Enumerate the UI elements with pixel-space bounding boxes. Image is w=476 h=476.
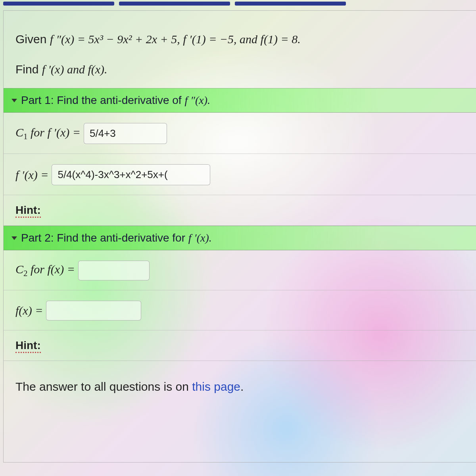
c2-post: for f(x) =	[28, 263, 75, 276]
problem-statement: Given f ″(x) = 5x³ − 9x² + 2x + 5, f ′(1…	[4, 11, 476, 88]
part1-hint-link[interactable]: Hint:	[15, 204, 41, 218]
part1-c1-row: C1 for f ′(x) =	[4, 113, 476, 154]
c2-input[interactable]	[78, 261, 150, 280]
part2-fx-row: f(x) =	[4, 290, 476, 330]
c2-c: C	[15, 263, 23, 276]
c1-post: for f ′(x) =	[28, 126, 81, 139]
c1-sub: 1	[23, 132, 28, 141]
fprime-label: f ′(x) =	[15, 168, 48, 182]
part2-hint-link[interactable]: Hint:	[15, 339, 41, 353]
chevron-down-icon	[12, 99, 17, 102]
fx-input[interactable]	[46, 301, 141, 321]
part1-header[interactable]: Part 1: Find the anti-derivative of f ″(…	[4, 88, 476, 113]
find-prefix: Find	[15, 63, 42, 76]
part1-hint-row: Hint:	[4, 195, 476, 226]
given-prefix: Given	[15, 33, 50, 46]
footer-post: .	[240, 380, 244, 393]
chevron-down-icon	[12, 236, 17, 240]
find-math: f ′(x) and f(x).	[42, 63, 107, 76]
c1-input[interactable]	[84, 123, 167, 144]
c1-c: C	[15, 126, 23, 139]
part1-fprime-row: f ′(x) =	[4, 154, 476, 195]
footer-note: The answer to all questions is on this p…	[4, 361, 476, 405]
c2-sub: 2	[23, 269, 28, 278]
given-math: f ″(x) = 5x³ − 9x² + 2x + 5, f ′(1) = −5…	[50, 33, 301, 46]
problem-panel: Given f ″(x) = 5x³ − 9x² + 2x + 5, f ′(1…	[3, 10, 476, 463]
part2-header[interactable]: Part 2: Find the anti-derivative for f ′…	[4, 226, 476, 250]
fprime-input[interactable]	[52, 164, 210, 185]
nav-button-1[interactable]	[3, 2, 114, 6]
part2-header-math: f ′(x).	[188, 232, 212, 244]
part1-header-text: Part 1: Find the anti-derivative of	[21, 94, 184, 106]
footer-pre: The answer to all questions is on	[15, 380, 192, 393]
nav-button-3[interactable]	[235, 2, 346, 6]
top-button-bar	[0, 0, 476, 7]
part1-header-math: f ″(x).	[184, 94, 210, 106]
part2-c2-row: C2 for f(x) =	[4, 250, 476, 290]
fx-label: f(x) =	[15, 304, 43, 317]
part2-hint-row: Hint:	[4, 330, 476, 361]
part2-header-text: Part 2: Find the anti-derivative for	[21, 232, 188, 244]
nav-button-2[interactable]	[119, 2, 230, 6]
footer-link[interactable]: this page	[192, 380, 240, 393]
